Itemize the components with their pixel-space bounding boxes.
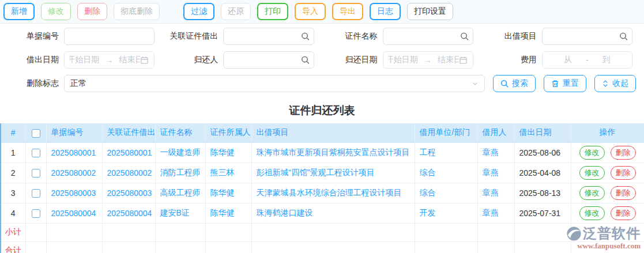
row-checkbox[interactable] bbox=[32, 209, 40, 218]
fee-range-input[interactable]: 从 - 到 bbox=[542, 51, 632, 69]
collapse-arrows-icon bbox=[602, 80, 609, 88]
restore-button[interactable]: 还原 bbox=[221, 3, 251, 20]
log-button[interactable]: 日志 bbox=[370, 3, 401, 20]
filter-button[interactable]: 过滤 bbox=[183, 3, 214, 20]
row-checkbox[interactable] bbox=[32, 189, 40, 198]
export-button[interactable]: 导出 bbox=[332, 3, 363, 20]
cert-name-cell[interactable]: 高级工程师 bbox=[160, 188, 201, 197]
purge-delete-button[interactable]: 彻底删除 bbox=[114, 3, 160, 20]
collapse-button[interactable]: 收起 bbox=[594, 75, 636, 92]
row-edit-button[interactable]: 修改 bbox=[579, 186, 605, 200]
row-delete-button[interactable]: 删除 bbox=[611, 146, 636, 160]
borrow-dept-cell[interactable]: 工程 bbox=[420, 148, 436, 157]
cert-name-cell[interactable]: 建安B证 bbox=[160, 208, 190, 217]
print-button[interactable]: 打印 bbox=[257, 3, 288, 20]
borrow-dept-cell[interactable]: 开发 bbox=[420, 208, 436, 217]
cert-owner-cell[interactable]: 熊三林 bbox=[210, 168, 235, 177]
row-delete-button[interactable]: 删除 bbox=[611, 166, 636, 180]
search-icon bbox=[301, 56, 310, 65]
borrower-cell[interactable]: 章燕 bbox=[483, 208, 499, 217]
related-cert-link[interactable]: 2025080002 bbox=[107, 168, 152, 178]
total-label: 合计 bbox=[1, 241, 25, 253]
add-button[interactable]: 新增 bbox=[3, 3, 35, 20]
lend-date-range-picker[interactable]: 开始日期 → 结束日 bbox=[64, 51, 155, 69]
reset-button[interactable]: 重置 bbox=[544, 75, 586, 92]
page-title: 证件归还列表 bbox=[0, 100, 644, 123]
borrower-cell[interactable]: 章燕 bbox=[483, 148, 499, 157]
print-settings-button[interactable]: 打印设置 bbox=[407, 3, 453, 20]
col-select bbox=[25, 123, 46, 142]
borrow-dept-cell[interactable]: 综合 bbox=[420, 188, 436, 197]
row-checkbox[interactable] bbox=[32, 149, 40, 157]
table-header: # 单据编号 关联证件借出 证件名称 证件所属人 出借项目 借用单位/部门 借用… bbox=[1, 123, 644, 142]
doc-no-link[interactable]: 2025080001 bbox=[51, 148, 96, 157]
delete-flag-select[interactable]: 正常 bbox=[64, 75, 485, 92]
lend-date-cell: 2025-04-08 bbox=[514, 163, 571, 183]
lend-date-cell: 2025-08-06 bbox=[514, 142, 571, 163]
date-start-placeholder: 开始日期 bbox=[70, 55, 99, 65]
cert-owner-cell[interactable]: 陈华健 bbox=[210, 208, 235, 217]
doc-no-link[interactable]: 2025080004 bbox=[51, 209, 96, 218]
cert-name-cell[interactable]: 消防工程师 bbox=[160, 168, 201, 177]
doc-no-link[interactable]: 2025080003 bbox=[51, 188, 96, 198]
cert-owner-cell[interactable]: 陈华健 bbox=[210, 148, 235, 157]
filter-return-date: 归还日期 开始日期 → 结束日 bbox=[322, 51, 481, 69]
lend-project-cell[interactable]: 天津蒙城县水环境综合治理工程设计项目 bbox=[257, 188, 402, 197]
search-icon bbox=[500, 80, 509, 88]
fee-separator: - bbox=[586, 55, 589, 65]
borrow-dept-cell[interactable]: 综合 bbox=[420, 168, 436, 177]
filter-row-1: 单据编号 关联证件借出 证件名称 出借项目 bbox=[3, 28, 641, 45]
row-edit-button[interactable]: 修改 bbox=[579, 206, 605, 220]
col-related-cert: 关联证件借出 bbox=[102, 123, 155, 142]
search-icon bbox=[301, 32, 310, 41]
lend-project-cell[interactable]: 彭祖新城“四馆”景观工程设计项目 bbox=[257, 168, 375, 177]
filter-fee: 费用 从 - 到 bbox=[481, 51, 641, 69]
related-cert-link[interactable]: 2025080003 bbox=[107, 188, 152, 198]
filter-cert-name: 证件名称 bbox=[322, 28, 481, 45]
delete-button[interactable]: 删除 bbox=[77, 3, 107, 20]
search-button[interactable]: 搜索 bbox=[493, 75, 536, 92]
table-row: 4 2025080004 2025080004 建安B证 陈华健 珠海鹤港口建设… bbox=[1, 203, 644, 223]
row-index: 4 bbox=[1, 203, 25, 223]
filter-panel: 单据编号 关联证件借出 证件名称 出借项目 借出日期 bbox=[0, 24, 644, 100]
related-cert-link[interactable]: 2025080001 bbox=[107, 148, 152, 157]
lend-date-cell: 2025-08-13 bbox=[514, 183, 571, 203]
subtotal-row: 小计 bbox=[1, 223, 644, 241]
cert-name-cell[interactable]: 一级建造师 bbox=[160, 148, 201, 157]
date-end-placeholder: 结束日 bbox=[119, 55, 140, 65]
date-end-placeholder: 结束日 bbox=[438, 55, 459, 65]
trash-icon bbox=[551, 80, 559, 88]
borrower-cell[interactable]: 章燕 bbox=[483, 168, 499, 177]
fee-from-placeholder: 从 bbox=[564, 55, 572, 65]
filter-row-2: 借出日期 开始日期 → 结束日 归还人 归还日期 bbox=[3, 51, 641, 69]
doc-no-input[interactable] bbox=[64, 28, 155, 45]
modify-button[interactable]: 修改 bbox=[41, 3, 71, 20]
row-edit-button[interactable]: 修改 bbox=[579, 166, 605, 180]
cert-name-label: 证件名称 bbox=[322, 31, 378, 41]
select-all-checkbox[interactable] bbox=[32, 129, 40, 138]
filter-delete-flag: 删除标志 正常 bbox=[3, 75, 493, 92]
chevron-down-icon bbox=[472, 80, 479, 87]
row-delete-button[interactable]: 删除 bbox=[611, 206, 636, 220]
row-edit-button[interactable]: 修改 bbox=[579, 146, 605, 160]
lend-date-label: 借出日期 bbox=[3, 55, 59, 65]
cert-owner-cell[interactable]: 陈华健 bbox=[210, 188, 235, 197]
date-start-placeholder: 开始日期 bbox=[389, 55, 418, 65]
related-cert-link[interactable]: 2025080004 bbox=[107, 209, 152, 218]
lend-project-cell[interactable]: 珠海鹤港口建设 bbox=[257, 208, 313, 217]
filter-lend-date: 借出日期 开始日期 → 结束日 bbox=[3, 51, 163, 69]
return-date-label: 归还日期 bbox=[322, 55, 378, 65]
import-button[interactable]: 导入 bbox=[295, 3, 326, 20]
fee-label: 费用 bbox=[481, 55, 537, 65]
lend-project-cell[interactable]: 珠海市城市更新项目紫桐苑安置点设计项目 bbox=[257, 148, 410, 157]
lend-date-cell: 2025-07-31 bbox=[514, 203, 571, 223]
subtotal-label: 小计 bbox=[1, 223, 25, 241]
row-checkbox[interactable] bbox=[32, 169, 40, 178]
doc-no-label: 单据编号 bbox=[3, 31, 59, 41]
filter-row-3: 删除标志 正常 搜索 重置 收起 bbox=[3, 75, 641, 92]
row-delete-button[interactable]: 删除 bbox=[611, 186, 636, 200]
borrower-cell[interactable]: 章燕 bbox=[483, 188, 499, 197]
doc-no-link[interactable]: 2025080002 bbox=[51, 168, 96, 178]
return-date-range-picker[interactable]: 开始日期 → 结束日 bbox=[383, 51, 473, 69]
filter-returner: 归还人 bbox=[163, 51, 322, 69]
